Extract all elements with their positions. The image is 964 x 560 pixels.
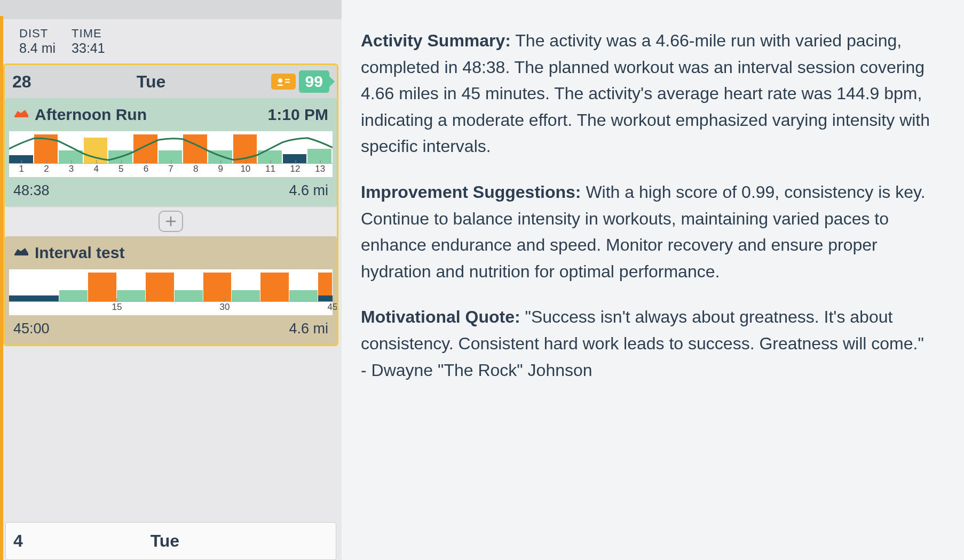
id-card-icon[interactable] (271, 74, 296, 90)
next-day-row[interactable]: 4 Tue (5, 522, 336, 560)
improvement-heading: Improvement Suggestions: (361, 182, 581, 202)
activity-title: Afternoon Run (35, 106, 147, 124)
svg-point-1 (278, 78, 282, 83)
quote-heading: Motivational Quote: (361, 307, 520, 326)
stat-time-value: 33:41 (72, 41, 105, 56)
activity-card[interactable]: Afternoon Run 1:10 PM 12345678910111213 … (5, 98, 337, 206)
stat-distance-label: DIST (19, 27, 56, 41)
next-day-number: 4 (13, 531, 23, 551)
stat-time: TIME 33:41 (72, 27, 105, 56)
activity-time: 1:10 PM (268, 106, 328, 124)
plan-chart-axis: 153045 (9, 301, 333, 315)
activity-duration: 48:38 (13, 182, 50, 199)
improvement-paragraph: Improvement Suggestions: With a high sco… (361, 179, 932, 285)
day-number: 28 (12, 72, 31, 92)
planned-workout-card[interactable]: Interval test 153045 45:00 4.6 mi (5, 236, 337, 345)
analysis-panel: Activity Summary: The activity was a 4.6… (342, 0, 964, 560)
selected-day-block[interactable]: 28 Tue 99 Afternoon Run (3, 63, 338, 346)
next-day-name: Tue (23, 531, 328, 551)
quote-paragraph: Motivational Quote: "Success isn't alway… (361, 304, 932, 383)
day-name: Tue (137, 72, 166, 92)
add-button[interactable] (159, 211, 183, 232)
stats-row: DIST 8.4 mi TIME 33:41 (0, 19, 342, 63)
score-badge[interactable]: 99 (299, 70, 329, 93)
running-shoe-icon (13, 246, 29, 260)
summary-heading: Activity Summary: (361, 31, 511, 50)
top-spacer (0, 0, 342, 19)
plan-effort-chart (9, 269, 333, 301)
plan-distance: 4.6 mi (289, 321, 328, 337)
day-header[interactable]: 28 Tue 99 (5, 65, 337, 98)
stat-distance-value: 8.4 mi (19, 41, 56, 56)
svg-rect-2 (285, 79, 290, 80)
plan-title: Interval test (35, 244, 124, 262)
activity-summary-paragraph: Activity Summary: The activity was a 4.6… (361, 28, 932, 160)
stat-time-label: TIME (72, 27, 105, 41)
svg-rect-3 (285, 82, 290, 83)
activity-distance: 4.6 mi (289, 182, 328, 199)
plan-duration: 45:00 (13, 321, 50, 337)
activity-effort-chart (9, 131, 333, 163)
running-shoe-icon (13, 108, 29, 122)
activity-chart-axis: 12345678910111213 (9, 163, 333, 177)
sidebar-panel: DIST 8.4 mi TIME 33:41 28 Tue 99 (0, 0, 342, 560)
stat-distance: DIST 8.4 mi (19, 27, 56, 56)
left-edge-strip (0, 16, 3, 560)
